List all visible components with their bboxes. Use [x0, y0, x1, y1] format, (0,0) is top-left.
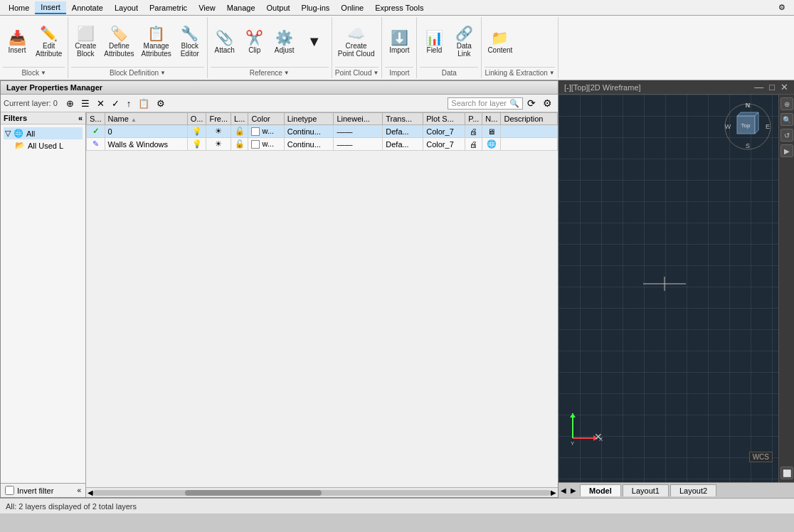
ribbon-insert-btn[interactable]: 📥 Insert — [3, 29, 31, 55]
ribbon-create-block-btn[interactable]: ⬜ CreateBlock — [71, 25, 100, 59]
viewport-minimize-btn[interactable]: — — [754, 82, 763, 92]
ribbon-clip-btn[interactable]: ✂️ Clip — [240, 29, 269, 55]
set-current-btn[interactable]: ✓ — [109, 97, 122, 110]
filter-all[interactable]: ▽ 🌐 All — [4, 127, 83, 139]
layer-transparency-0[interactable]: Defa... — [383, 125, 423, 138]
ribbon-reference-more-btn[interactable]: ▼ — [300, 33, 329, 51]
search-icon[interactable]: 🔍 — [509, 99, 519, 108]
menu-output[interactable]: Output — [261, 2, 296, 14]
col-header-status[interactable]: S... — [87, 113, 105, 125]
filters-collapse-icon[interactable]: « — [78, 114, 83, 122]
col-header-transparency[interactable]: Trans... — [383, 113, 423, 125]
layer-new-vp-0[interactable]: 🖥 — [482, 125, 501, 138]
col-header-lineweight[interactable]: Linewei... — [334, 113, 383, 125]
table-row[interactable]: ✎ Walls & Windows 💡 ☀ 🔓 w... Continu... … — [87, 138, 558, 151]
menu-insert[interactable]: Insert — [35, 1, 66, 14]
scroll-right-btn[interactable]: ▶ — [551, 489, 556, 496]
scrollbar-track[interactable] — [93, 490, 551, 496]
menu-settings-icon[interactable]: ⚙ — [773, 1, 791, 14]
tab-layout1[interactable]: Layout1 — [623, 484, 669, 496]
col-header-on[interactable]: O... — [187, 113, 206, 125]
layer-linetype-ww[interactable]: Continu... — [284, 138, 334, 151]
layer-new-vp-ww[interactable]: 🌐 — [482, 138, 501, 151]
ribbon-block-editor-btn[interactable]: 🔧 BlockEditor — [176, 25, 204, 59]
layer-states-btn[interactable]: ⚙ — [154, 97, 168, 110]
ribbon-group-point-cloud-label[interactable]: Point Cloud ▼ — [335, 67, 379, 77]
search-layer-box[interactable]: Search for layer 🔍 — [448, 97, 523, 110]
col-header-new-vp[interactable]: N... — [482, 113, 501, 125]
layer-plot-0[interactable]: 🖨 — [465, 125, 482, 138]
viewport-close-btn[interactable]: ✕ — [780, 82, 788, 92]
ribbon-data-link-btn[interactable]: 🔗 DataLink — [450, 25, 478, 59]
vp-tool-showmotion[interactable]: ▶ — [780, 144, 793, 157]
refresh-btn[interactable]: ⟳ — [524, 96, 539, 110]
ribbon-manage-attributes-btn[interactable]: 📋 ManageAttributes — [139, 25, 174, 59]
ribbon-content-btn[interactable]: 📁 Content — [485, 29, 515, 55]
ribbon-define-attributes-btn[interactable]: 🏷️ DefineAttributes — [101, 25, 137, 59]
table-row[interactable]: ✓ 0 💡 ☀ 🔓 w... Continu... —— Defa... — [87, 125, 558, 138]
layer-name-ww[interactable]: Walls & Windows — [105, 138, 187, 151]
menu-view[interactable]: View — [193, 2, 221, 14]
tab-scroll-left-btn[interactable]: ◀ — [559, 486, 568, 494]
layer-color-0[interactable]: w... — [248, 125, 284, 138]
vp-tool-orbit[interactable]: ↺ — [780, 129, 793, 142]
move-to-model-btn[interactable]: ↑ — [124, 97, 134, 110]
horizontal-scrollbar[interactable]: ◀ ▶ — [86, 487, 558, 497]
new-layer-vp-btn[interactable]: ☰ — [78, 97, 92, 110]
layer-freeze-ww[interactable]: ☀ — [206, 138, 231, 151]
layer-transparency-ww[interactable]: Defa... — [383, 138, 423, 151]
ribbon-group-block-label[interactable]: Block ▼ — [3, 67, 65, 77]
ribbon-edit-attribute-btn[interactable]: ✏️ Edit Attribute — [33, 25, 65, 59]
menu-home[interactable]: Home — [3, 2, 35, 14]
layer-linetype-0[interactable]: Continu... — [284, 125, 334, 138]
menu-plugins[interactable]: Plug-ins — [296, 2, 336, 14]
layer-settings-btn[interactable]: ⚙ — [540, 96, 555, 110]
layer-on-0[interactable]: 💡 — [187, 125, 206, 138]
layer-lock-0[interactable]: 🔓 — [231, 125, 248, 138]
ribbon-group-linking-label[interactable]: Linking & Extraction ▼ — [485, 67, 554, 77]
col-header-plot-style[interactable]: Plot S... — [423, 113, 465, 125]
viewcube[interactable]: N S E W Top — [723, 102, 773, 151]
col-header-linetype[interactable]: Linetype — [284, 113, 334, 125]
ribbon-import-btn[interactable]: ⬇️ Import — [385, 29, 413, 55]
tab-layout2[interactable]: Layout2 — [670, 484, 716, 496]
col-header-description[interactable]: Description — [501, 113, 558, 125]
col-header-color[interactable]: Color — [248, 113, 284, 125]
vp-tool-pan[interactable]: ⊕ — [780, 97, 793, 110]
menu-parametric[interactable]: Parametric — [144, 2, 193, 14]
ribbon-adjust-btn[interactable]: ⚙️ Adjust — [270, 29, 299, 55]
new-layer-btn[interactable]: ⊕ — [63, 97, 77, 110]
delete-layer-btn[interactable]: ✕ — [94, 97, 107, 110]
col-header-plot[interactable]: P... — [465, 113, 482, 125]
invert-filter-checkbox[interactable] — [5, 486, 14, 495]
viewport-canvas[interactable]: N S E W Top — [559, 95, 794, 482]
ribbon-attach-btn[interactable]: 📎 Attach — [211, 29, 239, 55]
col-header-freeze[interactable]: Fre... — [206, 113, 231, 125]
menu-manage[interactable]: Manage — [221, 2, 261, 14]
ribbon-group-block-definition-label[interactable]: Block Definition ▼ — [71, 67, 204, 77]
menu-annotate[interactable]: Annotate — [66, 2, 109, 14]
ribbon-field-btn[interactable]: 📊 Field — [420, 29, 448, 55]
ribbon-create-point-cloud-btn[interactable]: ☁️ CreatePoint Cloud — [335, 25, 378, 59]
vp-tool-fullscreen[interactable]: ⬜ — [780, 467, 793, 479]
menu-online[interactable]: Online — [335, 2, 369, 14]
layer-color-ww[interactable]: w... — [248, 138, 284, 151]
layer-on-ww[interactable]: 💡 — [187, 138, 206, 151]
reconcile-btn[interactable]: 📋 — [135, 97, 152, 110]
layer-name-0[interactable]: 0 — [105, 125, 187, 138]
ribbon-group-reference-label[interactable]: Reference ▼ — [211, 67, 329, 77]
tab-scroll-right-btn[interactable]: ▶ — [568, 486, 578, 494]
viewport-maximize-btn[interactable]: □ — [769, 82, 775, 92]
filter-all-used[interactable]: 📂 All Used L — [4, 139, 83, 151]
vp-tool-zoom[interactable]: 🔍 — [780, 113, 793, 126]
menu-layout[interactable]: Layout — [109, 2, 144, 14]
invert-filter-collapse-icon[interactable]: « — [77, 486, 81, 494]
col-header-name[interactable]: Name ▲ — [105, 113, 187, 125]
scroll-left-btn[interactable]: ◀ — [88, 489, 93, 496]
scrollbar-thumb[interactable] — [185, 490, 322, 496]
tab-model[interactable]: Model — [580, 484, 621, 496]
layer-lock-ww[interactable]: 🔓 — [231, 138, 248, 151]
layer-plot-ww[interactable]: 🖨 — [465, 138, 482, 151]
layer-freeze-0[interactable]: ☀ — [206, 125, 231, 138]
col-header-lock[interactable]: L... — [231, 113, 248, 125]
